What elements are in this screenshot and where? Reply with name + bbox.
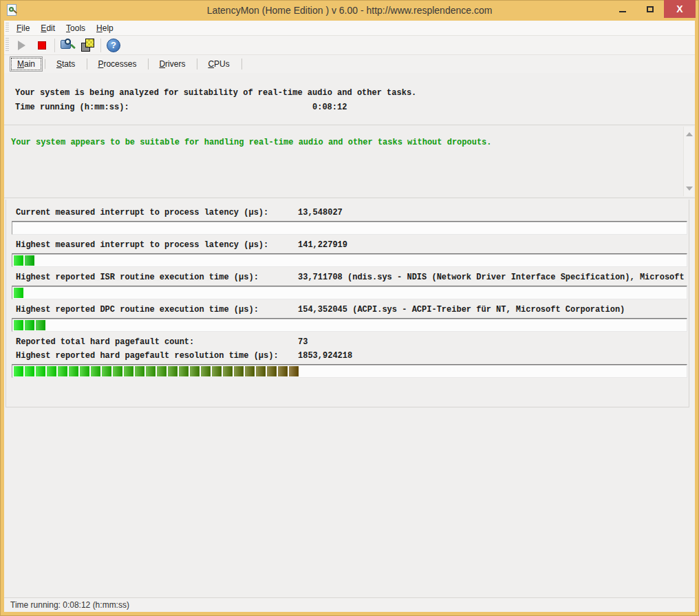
latency-progress-bar — [12, 286, 687, 299]
title-bar[interactable]: LatencyMon (Home Edition ) v 6.00 - http… — [0, 0, 699, 21]
bar-segment — [245, 366, 255, 376]
report-button[interactable] — [78, 36, 98, 54]
stop-button[interactable] — [32, 36, 52, 54]
latency-progress-bar — [12, 253, 687, 267]
start-button[interactable] — [11, 36, 32, 54]
scroll-up-icon[interactable] — [686, 132, 693, 136]
menu-item-file[interactable]: File — [11, 22, 35, 34]
app-frame: FileEditToolsHelp — [4, 21, 695, 612]
verdict-scrollbar[interactable] — [683, 127, 693, 196]
measurement-value: 73 — [298, 337, 308, 347]
verdict-panel: Your system appears to be suitable for h… — [4, 125, 695, 198]
bar-segment — [58, 366, 67, 376]
bar-segment — [223, 366, 233, 376]
menu-item-tools[interactable]: Tools — [61, 22, 91, 34]
bar-segment — [80, 366, 89, 376]
measurement-label: Highest reported DPC routine execution t… — [16, 305, 259, 315]
scroll-down-icon[interactable] — [686, 187, 693, 191]
bar-segment — [47, 366, 56, 376]
menu-bar-items: FileEditToolsHelp — [11, 22, 119, 34]
measurement-row: Reported total hard pagefault count:73 — [6, 333, 689, 347]
stop-icon — [38, 41, 46, 50]
bar-segment — [212, 366, 222, 376]
bar-segment — [14, 288, 23, 298]
bar-segment — [278, 366, 288, 376]
measurement-value: 13,548027 — [298, 208, 343, 217]
tab-processes[interactable]: Processes — [90, 56, 145, 72]
monitor-magnifier-icon — [60, 38, 75, 53]
tab-drivers[interactable]: Drivers — [151, 56, 194, 72]
measurement-row: Highest reported hard pagefault resoluti… — [6, 347, 689, 361]
bar-segment — [289, 366, 299, 376]
toolbar-separator — [100, 39, 101, 52]
bar-segment — [91, 366, 100, 376]
bar-segment — [201, 366, 211, 376]
bar-segment — [256, 366, 266, 376]
bar-segment — [69, 366, 78, 376]
analyze-button[interactable] — [57, 36, 78, 54]
measurement-value: 141,227919 — [298, 240, 347, 250]
bar-segment — [168, 366, 178, 376]
verdict-text: Your system appears to be suitable for h… — [11, 138, 678, 147]
close-button[interactable]: X — [664, 0, 696, 18]
latency-progress-bar — [12, 318, 687, 332]
app-icon — [7, 4, 17, 16]
minimize-icon — [619, 11, 626, 12]
bar-segment — [14, 366, 23, 376]
menu-item-edit[interactable]: Edit — [35, 22, 61, 34]
toolbar-grip[interactable] — [6, 38, 9, 52]
measurement-value: 33,711708 (ndis.sys - NDIS (Network Driv… — [298, 273, 689, 282]
bar-segment — [36, 366, 45, 376]
copy-pages-icon — [80, 38, 96, 53]
analysis-text: Your system is being analyzed for suitab… — [15, 88, 695, 98]
measurement-label: Reported total hard pagefault count: — [16, 337, 194, 347]
measurement-label: Current measured interrupt to process la… — [16, 208, 268, 217]
bar-segment — [102, 366, 111, 376]
tab-cpus[interactable]: CPUs — [200, 56, 238, 72]
bar-segment — [113, 366, 122, 376]
bar-segment — [25, 255, 34, 266]
measurement-row: Current measured interrupt to process la… — [6, 204, 689, 217]
menu-grip[interactable] — [6, 23, 9, 33]
bar-segment — [157, 366, 166, 376]
bar-segment — [179, 366, 189, 376]
time-running-value: 0:08:12 — [312, 103, 347, 112]
bar-segment — [36, 320, 45, 330]
menu-item-help[interactable]: Help — [91, 22, 119, 34]
measurement-label: Highest reported ISR routine execution t… — [16, 273, 259, 282]
measurement-row: Highest reported ISR routine execution t… — [6, 268, 689, 282]
maximize-icon — [647, 6, 654, 12]
time-running-row: Time running (h:mm:ss): 0:08:12 — [15, 103, 695, 112]
measurement-label: Highest reported hard pagefault resoluti… — [16, 351, 279, 361]
measurement-row: Highest reported DPC routine execution t… — [6, 301, 689, 315]
bar-segment — [267, 366, 277, 376]
measurements-panel: Current measured interrupt to process la… — [6, 200, 689, 407]
help-button[interactable]: ? — [103, 36, 124, 54]
minimize-button[interactable] — [609, 0, 636, 18]
bar-segment — [146, 366, 155, 376]
bar-segment — [124, 366, 133, 376]
latencymon-window: LatencyMon (Home Edition ) v 6.00 - http… — [0, 0, 699, 616]
latency-progress-bar — [12, 221, 687, 235]
bar-segment — [135, 366, 144, 376]
bar-segment — [190, 366, 200, 376]
app-icon-handle — [13, 10, 17, 13]
question-mark-icon: ? — [107, 39, 120, 52]
maximize-button[interactable] — [636, 0, 664, 18]
measurement-value: 1853,924218 — [298, 351, 352, 361]
bar-segment — [25, 320, 34, 330]
window-title: LatencyMon (Home Edition ) v 6.00 - http… — [207, 5, 493, 16]
menu-bar: FileEditToolsHelp — [4, 21, 695, 36]
bar-segment — [25, 366, 34, 376]
measurement-row: Highest measured interrupt to process la… — [6, 236, 689, 250]
time-running-label: Time running (h:mm:ss): — [15, 103, 129, 112]
status-text: Time running: 0:08:12 (h:mm:ss) — [10, 600, 129, 610]
status-bar: Time running: 0:08:12 (h:mm:ss) — [4, 597, 695, 612]
bar-segment — [234, 366, 244, 376]
close-icon: X — [676, 4, 682, 14]
latency-progress-bar — [12, 364, 687, 378]
bar-segment — [14, 320, 23, 330]
tab-stats[interactable]: Stats — [49, 56, 84, 72]
tab-main[interactable]: Main — [10, 56, 43, 72]
analysis-panel: Your system is being analyzed for suitab… — [4, 73, 695, 125]
